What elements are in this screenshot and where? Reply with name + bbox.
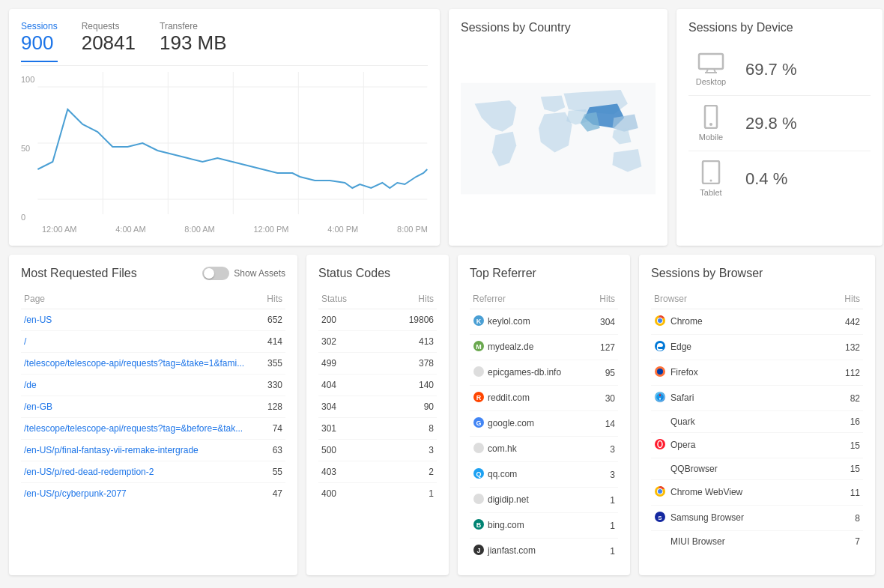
browser-hits: 15 xyxy=(824,458,863,480)
svg-rect-9 xyxy=(699,54,723,69)
chart-y-0: 0 xyxy=(21,213,34,222)
mobile-pct: 29.8 % xyxy=(745,114,797,133)
referrer-row: Jjianfast.com1 xyxy=(470,539,618,564)
desktop-label: Desktop xyxy=(688,77,733,86)
status-code: 403 xyxy=(318,461,378,483)
status-hits: 140 xyxy=(378,375,437,396)
referrer-col-name: Referrer xyxy=(470,289,590,309)
show-assets-label: Show Assets xyxy=(234,268,285,279)
files-hits: 63 xyxy=(260,440,285,461)
files-title: Most Requested Files xyxy=(21,267,137,280)
status-row: 3018 xyxy=(318,418,437,440)
svg-text:B: B xyxy=(476,521,482,529)
referrer-icon: R xyxy=(473,395,485,405)
files-hits: 55 xyxy=(260,461,285,483)
status-col-hits: Hits xyxy=(378,289,437,309)
browser-col-name: Browser xyxy=(651,289,824,309)
status-hits: 19806 xyxy=(378,309,437,331)
svg-text:G: G xyxy=(476,419,481,427)
referrer-col-hits: Hits xyxy=(590,289,618,309)
sessions-tab[interactable]: Sessions 900 xyxy=(21,21,58,62)
referrer-name: Jjianfast.com xyxy=(470,539,590,564)
status-title: Status Codes xyxy=(318,267,437,280)
chart-y-100: 100 xyxy=(21,75,34,84)
status-code: 400 xyxy=(318,483,378,505)
files-hits: 128 xyxy=(260,396,285,418)
browser-row: SSamsung Browser8 xyxy=(651,506,863,531)
referrer-name: com.hk xyxy=(470,437,590,462)
referrer-row: epicgames-db.info95 xyxy=(470,360,618,386)
files-page: /en-US/p/final-fantasy-vii-remake-interg… xyxy=(21,440,260,461)
transfers-tab[interactable]: Transfere 193 MB xyxy=(160,21,227,62)
browser-hits: 132 xyxy=(824,335,863,360)
map-area xyxy=(461,43,656,234)
status-col-code: Status xyxy=(318,289,378,309)
referrer-hits: 14 xyxy=(590,411,618,437)
files-row: /en-US/p/red-dead-redemption-255 xyxy=(21,461,285,483)
browser-name: Chrome xyxy=(651,309,824,335)
status-row: 499378 xyxy=(318,353,437,375)
requests-tab[interactable]: Requests 20841 xyxy=(82,21,136,62)
desktop-pct: 69.7 % xyxy=(745,60,797,79)
referrer-row: com.hk3 xyxy=(470,437,618,462)
files-col-page: Page xyxy=(21,289,260,309)
browser-name: MIUI Browser xyxy=(651,531,824,553)
browser-name: SSamsung Browser xyxy=(651,506,824,531)
files-hits: 47 xyxy=(260,483,285,505)
tablet-pct: 0.4 % xyxy=(745,169,787,189)
browser-hits: 16 xyxy=(824,411,863,433)
files-table: Page Hits /en-US652/414/telescope/telesc… xyxy=(21,289,285,504)
svg-text:J: J xyxy=(476,547,480,554)
referrer-row: Mmydealz.de127 xyxy=(470,335,618,360)
status-code: 500 xyxy=(318,440,378,461)
referrer-hits: 3 xyxy=(590,437,618,462)
x-label-5: 8:00 PM xyxy=(397,225,428,234)
status-hits: 413 xyxy=(378,331,437,353)
svg-point-29 xyxy=(473,494,484,504)
status-row: 302413 xyxy=(318,331,437,353)
referrer-title: Top Referrer xyxy=(470,267,618,280)
referrer-name: Bbing.com xyxy=(470,513,590,539)
svg-text:Q: Q xyxy=(476,470,481,478)
country-title: Sessions by Country xyxy=(461,21,656,34)
sessions-chart xyxy=(37,72,428,214)
referrer-name: Qqq.com xyxy=(470,462,590,488)
referrer-icon: K xyxy=(473,318,485,329)
referrer-icon: Q xyxy=(473,471,485,482)
x-label-4: 4:00 PM xyxy=(327,225,358,234)
files-row: /en-US/p/final-fantasy-vii-remake-interg… xyxy=(21,440,285,461)
browser-name: QQBrowser xyxy=(651,458,824,480)
browser-row: Quark16 xyxy=(651,411,863,433)
status-code: 302 xyxy=(318,331,378,353)
browser-hits: 7 xyxy=(824,531,863,553)
browser-row: Safari82 xyxy=(651,386,863,411)
browser-hits: 442 xyxy=(824,309,863,335)
files-page: /en-US/p/red-dead-redemption-2 xyxy=(21,461,260,483)
referrer-row: Qqq.com3 xyxy=(470,462,618,488)
referrer-icon: G xyxy=(473,420,485,431)
browser-row: Chrome WebView11 xyxy=(651,480,863,506)
status-row: 5003 xyxy=(318,440,437,461)
files-row: /de330 xyxy=(21,375,285,396)
files-hits: 414 xyxy=(260,331,285,353)
referrer-icon: J xyxy=(473,548,485,558)
files-page: /en-US xyxy=(21,309,260,331)
files-row: /414 xyxy=(21,331,285,353)
sessions-card: Sessions 900 Requests 20841 Transfere 19… xyxy=(9,9,440,246)
svg-point-26 xyxy=(473,443,484,453)
browser-icon xyxy=(654,442,666,452)
referrer-name: epicgames-db.info xyxy=(470,360,590,386)
svg-text:K: K xyxy=(476,318,482,325)
svg-text:R: R xyxy=(476,394,482,401)
files-header: Most Requested Files Show Assets xyxy=(21,267,285,280)
show-assets-toggle[interactable] xyxy=(202,267,229,280)
browser-hits: 11 xyxy=(824,480,863,506)
files-col-hits: Hits xyxy=(260,289,285,309)
browser-name: Edge xyxy=(651,335,824,360)
files-page: /de xyxy=(21,375,260,396)
browser-icon xyxy=(654,344,666,354)
files-hits: 330 xyxy=(260,375,285,396)
referrer-name: Ggoogle.com xyxy=(470,411,590,437)
top-row: Sessions 900 Requests 20841 Transfere 19… xyxy=(9,9,875,246)
referrer-icon xyxy=(473,369,485,380)
